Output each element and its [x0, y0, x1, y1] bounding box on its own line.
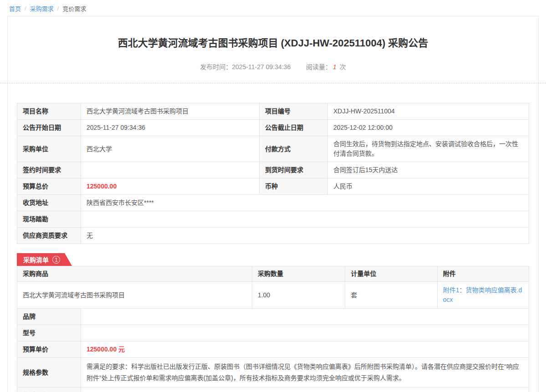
- label-specifications: 规格参数: [17, 358, 81, 387]
- table-row: 规格参数 需满足的要求：科学出版社已出版发行正版、原装图书（图书详细情况见《货物…: [17, 358, 529, 387]
- dashed-divider: [0, 83, 546, 83]
- label-project-name: 项目名称: [17, 103, 81, 120]
- read-count-unit: 次: [340, 63, 346, 71]
- read-count-value: 1: [333, 63, 337, 71]
- label-project-code: 项目编号: [260, 103, 328, 120]
- header-quantity: 采购数量: [252, 266, 345, 282]
- publish-time-value: 2025-11-27 09:34:36: [232, 63, 291, 71]
- publish-time-label: 发布时间：: [200, 63, 232, 71]
- table-row: 型号: [17, 325, 529, 341]
- purchase-list-count-badge: 1: [52, 256, 60, 264]
- table-row: 现场踏勘: [17, 211, 529, 228]
- attachment-link[interactable]: 附件1：货物类响应偏离表.docx: [443, 286, 522, 303]
- read-count: 阅读量：1 次: [306, 63, 346, 71]
- breadcrumb-separator: /: [25, 5, 26, 12]
- label-purchaser: 采购单位: [17, 136, 81, 162]
- breadcrumb-home-link[interactable]: 首页: [9, 4, 21, 13]
- table-row: 供应商资质要求 无: [17, 228, 529, 244]
- value-payment-method: 合同生效后，待货物到达指定地点、安装调试验收合格后，一次性付清合同货款。: [328, 136, 529, 162]
- label-delivery-address: 收货地址: [17, 195, 81, 211]
- value-specifications: 需满足的要求：科学出版社已出版发行正版、原装图书（图书详细情况见《货物类响应偏离…: [81, 358, 529, 387]
- label-unit-budget: 预算单价: [17, 341, 81, 358]
- value-delivery-time: 合同签订后15天内送达: [328, 162, 529, 178]
- value-site-survey: [81, 211, 529, 228]
- purchase-list-section-header: 采购清单 1: [17, 253, 529, 266]
- value-project-code: XDJJ-HW-202511004: [328, 103, 529, 120]
- breadcrumb: 首页 / 采购需求 / 竞价需求: [0, 0, 546, 13]
- purchase-list-table: 采购商品 采购数量 计量单位 附件 西北大学黄河流域考古图书采购项目 1.00 …: [17, 266, 529, 309]
- table-row: 售后服务 质保期：自验收合格之日起1年。质保期内如有质量问题，供应商无条件免费更…: [17, 387, 529, 392]
- page-title: 西北大学黄河流域考古图书采购项目 (XDJJ-HW-202511004) 采购公…: [8, 37, 538, 49]
- value-end-date: 2025-12-02 12:00:00: [328, 120, 529, 136]
- value-start-date: 2025-11-27 09:34:36: [81, 120, 260, 136]
- label-delivery-time: 到货时间要求: [260, 162, 328, 178]
- purchase-list-badge: 采购清单 1: [17, 253, 72, 266]
- value-sign-time: [81, 162, 260, 178]
- table-row: 预算单价 125000.00 元: [17, 341, 529, 358]
- value-after-sales: 质保期：自验收合格之日起1年。质保期内如有质量问题，供应商无条件免费更换。质保期…: [81, 387, 529, 392]
- label-brand: 品牌: [17, 309, 81, 325]
- value-quantity: 1.00: [252, 282, 345, 309]
- table-row: 西北大学黄河流域考古图书采购项目 1.00 套 附件1：货物类响应偏离表.doc…: [17, 282, 529, 309]
- item-detail-table: 品牌 型号 预算单价 125000.00 元 规格参数 需满足的要求：科学出版社…: [17, 308, 529, 392]
- label-after-sales: 售后服务: [17, 387, 81, 392]
- label-sign-time: 签约时间要求: [17, 162, 81, 178]
- breadcrumb-current: 竞价需求: [62, 4, 86, 13]
- label-model: 型号: [17, 325, 81, 341]
- value-unit-budget: 125000.00 元: [81, 341, 529, 358]
- value-model: [81, 325, 529, 341]
- breadcrumb-procurement-link[interactable]: 采购需求: [30, 4, 54, 13]
- purchase-list-badge-label: 采购清单: [23, 255, 49, 264]
- value-unit: 套: [345, 282, 437, 309]
- table-row: 品牌: [17, 309, 529, 325]
- value-product-name: 西北大学黄河流域考古图书采购项目: [17, 282, 252, 309]
- label-site-survey: 现场踏勘: [17, 211, 81, 228]
- breadcrumb-separator: /: [57, 5, 59, 12]
- project-info-table: 项目名称 西北大学黄河流域考古图书采购项目 项目编号 XDJJ-HW-20251…: [17, 103, 529, 244]
- value-total-budget: 125000.00: [81, 178, 260, 195]
- value-brand: [81, 309, 529, 325]
- header-product: 采购商品: [17, 266, 252, 282]
- label-currency: 币种: [260, 178, 328, 195]
- value-currency: 人民币: [328, 178, 529, 195]
- header-attachment: 附件: [437, 266, 529, 282]
- label-start-date: 公告开始日期: [17, 120, 81, 136]
- attachment-cell: 附件1：货物类响应偏离表.docx: [437, 282, 529, 309]
- announcement-card: 西北大学黄河流域考古图书采购项目 (XDJJ-HW-202511004) 采购公…: [7, 16, 539, 392]
- label-total-budget: 预算总价: [17, 178, 81, 195]
- value-supplier-qualification: 无: [81, 228, 529, 244]
- label-payment-method: 付款方式: [260, 136, 328, 162]
- value-purchaser: 西北大学: [81, 136, 260, 162]
- label-supplier-qualification: 供应商资质要求: [17, 228, 81, 244]
- table-row: 签约时间要求 到货时间要求 合同签订后15天内送达: [17, 162, 529, 178]
- table-header-row: 采购商品 采购数量 计量单位 附件: [17, 266, 529, 282]
- table-row: 收货地址 陕西省西安市长安区****: [17, 195, 529, 211]
- publish-time: 发布时间：2025-11-27 09:34:36: [200, 63, 291, 71]
- header-unit: 计量单位: [345, 266, 437, 282]
- value-delivery-address: 陕西省西安市长安区****: [81, 195, 529, 211]
- label-end-date: 公告截止日期: [260, 120, 328, 136]
- table-row: 采购单位 西北大学 付款方式 合同生效后，待货物到达指定地点、安装调试验收合格后…: [17, 136, 529, 162]
- table-row: 预算总价 125000.00 币种 人民币: [17, 178, 529, 195]
- table-row: 公告开始日期 2025-11-27 09:34:36 公告截止日期 2025-1…: [17, 120, 529, 136]
- publish-meta: 发布时间：2025-11-27 09:34:36 阅读量：1 次: [8, 62, 538, 71]
- read-count-label: 阅读量：: [306, 63, 332, 71]
- table-row: 项目名称 西北大学黄河流域考古图书采购项目 项目编号 XDJJ-HW-20251…: [17, 103, 529, 120]
- value-project-name: 西北大学黄河流域考古图书采购项目: [81, 103, 260, 120]
